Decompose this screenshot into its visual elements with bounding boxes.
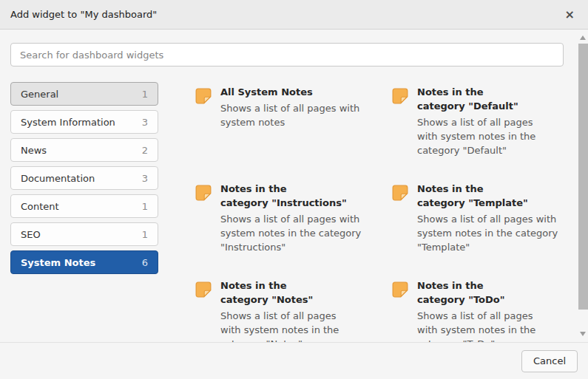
sidebar-item-content[interactable]: Content 1 [10,194,158,218]
widget-title: Notes in the category "Notes" [220,279,339,307]
widget-description: Shows a list of all pages with system no… [220,212,361,254]
widget-notes-template[interactable]: Notes in the category "Template" Shows a… [391,182,577,254]
widget-notes-notes[interactable]: Notes in the category "Notes" Shows a li… [194,279,380,342]
category-count: 6 [142,257,148,268]
widget-text: Notes in the category "Notes" Shows a li… [220,279,339,342]
widget-title: Notes in the category "Template" [417,182,558,210]
category-count: 1 [142,229,148,240]
category-count: 1 [142,89,148,100]
sticky-note-icon [194,280,213,299]
widget-text: All System Notes Shows a list of all pag… [220,85,359,129]
sidebar-item-system-information[interactable]: System Information 3 [10,110,158,134]
sticky-note-icon [391,280,410,299]
search-input[interactable] [10,43,564,66]
widget-grid: All System Notes Shows a list of all pag… [194,85,577,342]
widget-description: Shows a list of all pages with system no… [417,309,535,342]
modal-footer: Cancel [0,342,588,379]
widget-all-system-notes[interactable]: All System Notes Shows a list of all pag… [194,85,380,157]
widget-text: Notes in the category "Instructions" Sho… [220,182,361,254]
category-label: News [21,145,47,156]
widget-notes-default[interactable]: Notes in the category "Default" Shows a … [391,85,577,157]
category-label: System Notes [21,257,95,268]
widget-title: Notes in the category "ToDo" [417,279,535,307]
sticky-note-icon [391,86,410,106]
sticky-note-icon [194,86,213,106]
modal-header: Add widget to "My dashboard" × [0,0,588,30]
widget-description: Shows a list of all pages with system no… [220,101,359,129]
widget-notes-todo[interactable]: Notes in the category "ToDo" Shows a lis… [391,279,577,342]
sidebar-item-seo[interactable]: SEO 1 [10,222,158,246]
category-count: 3 [142,117,148,128]
scrollbar[interactable] [578,30,588,341]
widget-text: Notes in the category "Default" Shows a … [417,85,535,157]
widget-title: All System Notes [220,85,359,99]
sticky-note-icon [391,183,410,202]
widget-description: Shows a list of all pages with system no… [417,115,535,157]
sidebar-item-general[interactable]: General 1 [10,82,158,106]
category-label: Content [21,201,59,212]
widget-text: Notes in the category "ToDo" Shows a lis… [417,279,535,342]
sidebar-item-documentation[interactable]: Documentation 3 [10,166,158,190]
sidebar-item-news[interactable]: News 2 [10,138,158,162]
category-count: 2 [142,145,148,156]
category-count: 3 [142,173,148,184]
scroll-up-icon[interactable] [580,35,586,40]
scroll-down-icon[interactable] [580,332,586,336]
sidebar-item-system-notes[interactable]: System Notes 6 [10,250,158,274]
cancel-button[interactable]: Cancel [521,350,578,372]
sticky-note-icon [194,183,213,202]
widget-description: Shows a list of all pages with system no… [417,212,558,254]
scrollbar-thumb[interactable] [578,44,588,310]
category-count: 1 [142,201,148,212]
widget-title: Notes in the category "Instructions" [220,182,361,210]
category-label: System Information [21,117,115,128]
category-label: General [21,89,58,100]
add-widget-modal: Add widget to "My dashboard" × General 1… [0,0,588,379]
widget-text: Notes in the category "Template" Shows a… [417,182,558,254]
widget-title: Notes in the category "Default" [417,85,535,113]
modal-body: General 1 System Information 3 News 2 Do… [0,30,588,342]
category-label: Documentation [21,173,95,184]
widget-description: Shows a list of all pages with system no… [220,309,339,342]
category-label: SEO [21,229,41,240]
close-icon[interactable]: × [562,7,578,22]
category-sidebar: General 1 System Information 3 News 2 Do… [10,82,158,342]
body-main: General 1 System Information 3 News 2 Do… [10,82,564,342]
widget-notes-instructions[interactable]: Notes in the category "Instructions" Sho… [194,182,380,254]
modal-title: Add widget to "My dashboard" [10,9,157,20]
